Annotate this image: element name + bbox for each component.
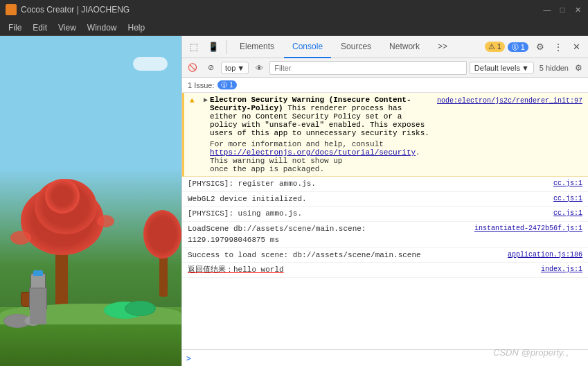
tab-more[interactable]: >> — [429, 36, 456, 58]
info-badge[interactable]: 🛈 1 — [508, 42, 528, 52]
knight-legs — [30, 309, 46, 324]
close-devtools-button[interactable]: ✕ — [567, 38, 585, 56]
warning-message-text: Electron Security Warning (Insecure Cont… — [210, 96, 431, 137]
issue-label: 1 Issue: — [188, 81, 215, 89]
hidden-count: 5 hidden — [540, 64, 569, 72]
tree-leaf-left — [10, 231, 31, 245]
more-options-button[interactable]: ⋮ — [551, 40, 566, 55]
warning-bold-text: Electron Security Warning (Insecure Cont… — [210, 96, 411, 112]
expand-arrow-icon[interactable]: ▶ — [204, 96, 208, 104]
console-input-bar: > — [182, 349, 588, 366]
cloud-decoration — [133, 57, 168, 71]
security-link[interactable]: https://electronjs.org/docs/tutorial/sec… — [210, 148, 416, 157]
app-icon — [6, 4, 17, 15]
titlebar: Cocos Creator | JIAOCHENG — □ ✕ — [0, 0, 588, 19]
clear-console-button[interactable]: 🚫 — [185, 60, 200, 76]
tab-elements[interactable]: Elements — [231, 36, 283, 58]
console-entry-warning: ▲ ▶ Electron Security Warning (Insecure … — [182, 93, 588, 177]
game-viewport — [0, 36, 181, 366]
warning-badge[interactable]: ⚠ 1 — [485, 42, 505, 52]
console-filter-input[interactable] — [269, 61, 467, 75]
device-toggle-button[interactable]: 📱 — [204, 38, 222, 56]
bg-tree-foliage — [143, 210, 181, 259]
issue-badge[interactable]: 🛈 1 — [217, 80, 237, 89]
knight-helmet — [33, 270, 43, 276]
knight-body — [29, 286, 47, 311]
table-row: Success to load scene: db://assets/scene… — [182, 248, 588, 263]
live-expression-button[interactable]: 👁 — [251, 60, 267, 76]
toolbar-divider — [226, 40, 227, 54]
context-dropdown-arrow: ▼ — [237, 64, 244, 72]
menu-view[interactable]: View — [53, 21, 82, 34]
console-toolbar: 🚫 ⊘ top ▼ 👁 Default levels ▼ 5 hidden ⚙ — [182, 58, 588, 78]
minimize-button[interactable]: — — [542, 5, 552, 15]
log-text: LoadScene db://assets/scene/main.scene: … — [188, 223, 469, 246]
close-button[interactable]: ✕ — [573, 5, 582, 15]
tab-network[interactable]: Network — [381, 36, 428, 58]
titlebar-title: Cocos Creator | JIAOCHENG — [21, 5, 130, 15]
menu-edit[interactable]: Edit — [27, 21, 53, 34]
log-text: Success to load scene: db://assets/scene… — [188, 250, 502, 261]
menu-help[interactable]: Help — [123, 21, 151, 34]
log-levels-label: Default levels — [474, 64, 520, 72]
console-output: ▲ ▶ Electron Security Warning (Insecure … — [182, 93, 588, 349]
tab-sources[interactable]: Sources — [332, 36, 380, 58]
inspect-element-button[interactable]: ⬚ — [185, 38, 203, 56]
maximize-button[interactable]: □ — [558, 5, 567, 15]
devtools-tabs-toolbar: ⬚ 📱 Elements Console Sources Network >> … — [182, 36, 588, 58]
issue-bar: 1 Issue: 🛈 1 — [182, 78, 588, 93]
window-controls: — □ ✕ — [542, 5, 582, 15]
log-text: [PHYSICS]: using ammo.js. — [188, 208, 548, 220]
table-row: [PHYSICS]: using ammo.js. cc.js:1 — [182, 207, 588, 222]
log-levels-arrow: ▼ — [522, 64, 529, 72]
knight-character — [21, 269, 55, 324]
settings-button[interactable]: ⚙ — [531, 38, 549, 56]
log-source[interactable]: cc.js:1 — [548, 178, 582, 187]
tree-leaf-right — [97, 215, 114, 227]
table-row: 返回值结果：hello world index.js:1 — [182, 263, 588, 278]
tab-console[interactable]: Console — [284, 36, 331, 58]
console-input[interactable] — [194, 354, 584, 363]
table-row: WebGL2 device initialized. cc.js:1 — [182, 192, 588, 207]
log-source[interactable]: application.js:186 — [502, 250, 582, 259]
tree-foliage-small — [45, 179, 80, 214]
menu-window[interactable]: Window — [82, 21, 123, 34]
console-prompt: > — [186, 354, 191, 363]
menu-file[interactable]: File — [3, 21, 27, 34]
preserve-log-button[interactable]: ⊘ — [203, 60, 218, 76]
devtools-panel: ⬚ 📱 Elements Console Sources Network >> … — [181, 36, 588, 366]
log-source[interactable]: cc.js:1 — [548, 193, 582, 202]
log-text-underlined: 返回值结果：hello world — [188, 264, 535, 276]
warning-triangle-icon: ▲ — [190, 96, 201, 105]
menubar: File Edit View Window Help — [0, 19, 588, 36]
table-row: [PHYSICS]: register ammo.js. cc.js:1 — [182, 177, 588, 192]
table-row: LoadScene db://assets/scene/main.scene: … — [182, 222, 588, 248]
warning-source-link[interactable]: node:electron/js2c/renderer_init:97 — [431, 96, 582, 105]
console-settings-button[interactable]: ⚙ — [571, 61, 585, 75]
log-source[interactable]: cc.js:1 — [548, 208, 582, 217]
bush-2 — [125, 301, 156, 316]
warning-extra-text: For more information and help, consult h… — [210, 140, 582, 173]
log-levels-dropdown[interactable]: Default levels ▼ — [470, 62, 534, 74]
context-label: top — [225, 64, 235, 72]
context-selector[interactable]: top ▼ — [221, 62, 249, 74]
main-content: ⬚ 📱 Elements Console Sources Network >> … — [0, 36, 588, 366]
log-source[interactable]: instantiated-2472b56f.js:1 — [469, 223, 582, 232]
log-text: WebGL2 device initialized. — [188, 193, 548, 205]
log-text: [PHYSICS]: register ammo.js. — [188, 178, 548, 190]
log-source[interactable]: index.js:1 — [535, 264, 582, 273]
